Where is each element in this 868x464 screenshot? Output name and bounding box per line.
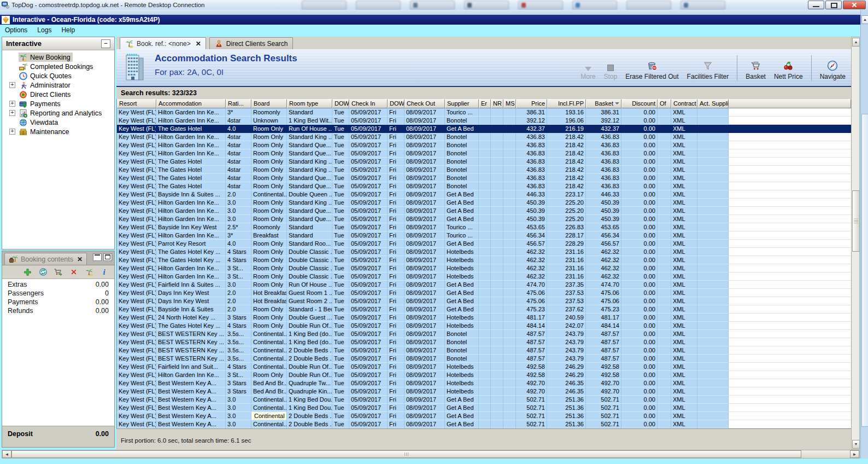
tab-close-icon[interactable]: ✕ — [196, 40, 201, 48]
scroll-left-arrow-icon[interactable]: ◄ — [2, 450, 11, 458]
column-header[interactable]: Room type — [287, 99, 332, 108]
move-to-basket-icon[interactable] — [54, 268, 63, 277]
sidebar-item-completed-bookings[interactable]: Completed Bookings — [2, 62, 114, 71]
rdp-scroll-up-arrow-icon[interactable]: ▲ — [861, 15, 868, 24]
expand-icon[interactable]: + — [9, 110, 15, 116]
table-row[interactable]: Key West (FL)Hilton Garden Inn Ke...3.0R… — [117, 207, 851, 215]
close-icon[interactable]: ✕ — [77, 256, 83, 263]
column-header[interactable]: DOW — [332, 99, 349, 108]
menu-logs[interactable]: Logs — [32, 26, 56, 34]
column-header[interactable]: Er — [479, 99, 491, 108]
table-row[interactable]: Key West (FL)Hilton Garden Inn Ke...4sta… — [117, 149, 851, 158]
table-row[interactable]: Key West (FL)Hilton Garden Inn Ke...3 St… — [117, 272, 851, 281]
tab-direct-clients-search[interactable]: Direct Clients Search — [209, 37, 293, 49]
column-header[interactable]: Discount — [621, 99, 658, 108]
table-row[interactable]: Key West (FL)Hilton Garden Inn Ke...3 St… — [117, 264, 851, 272]
scroll-up-arrow-icon[interactable]: ▲ — [852, 38, 860, 47]
table-row[interactable]: Key West (FL)Best Western Key A...3.0Con… — [117, 404, 851, 412]
table-row[interactable]: Key West (FL)Fairfield Inn & Suites ...3… — [117, 281, 851, 289]
column-header[interactable]: Supplier — [445, 99, 479, 108]
column-header[interactable]: DOW — [388, 99, 404, 108]
column-header[interactable]: Contract — [671, 99, 697, 108]
table-row[interactable]: Key West (FL)The Gates Hotel Key ...4 St… — [117, 256, 851, 264]
table-row[interactable]: Key West (FL)Best Western Key A...3 Star… — [117, 379, 851, 387]
menu-help[interactable]: Help — [56, 26, 80, 34]
column-header[interactable]: Board — [251, 99, 287, 108]
panel-collapse-button[interactable]: − — [101, 39, 110, 48]
sidebar-item-administrator[interactable]: + Administrator — [2, 80, 114, 90]
navigate-button[interactable]: Navigate — [820, 60, 846, 80]
table-row[interactable]: Key West (FL)Best Western Key A...3 Star… — [117, 387, 851, 396]
column-header[interactable]: Rati... — [226, 99, 251, 108]
nett-price-button[interactable]: Nett Price — [774, 60, 803, 80]
table-row[interactable]: Key West (FL)Hilton Garden Inn Ke...3.0R… — [117, 215, 851, 223]
table-row[interactable]: Key West (FL)The Gates Hotel4starRoom On… — [117, 182, 851, 190]
table-row[interactable]: Key West (FL)Bayside Inn & Suites ...2.0… — [117, 190, 851, 199]
erase-filtered-out-button[interactable]: Erase Filtered Out — [625, 60, 678, 80]
vertical-scrollbar[interactable]: ▲ ▼ — [851, 37, 860, 450]
table-row[interactable]: Key West (FL)The Gates Hotel4starRoom On… — [117, 166, 851, 174]
window-close-button[interactable] — [843, 1, 866, 9]
sidebar-item-quick-quotes[interactable]: Quick Quotes — [2, 71, 114, 80]
sidebar-item-viewdata[interactable]: Viewdata — [2, 118, 114, 127]
table-row[interactable]: Key West (FL)Best Western Key A...3.0Con… — [117, 420, 851, 428]
rdp-vertical-scrollbar[interactable]: ▲ — [860, 10, 868, 459]
add-item-button[interactable] — [23, 268, 32, 277]
table-row[interactable]: Key West (FL)The Gates Hotel4starRoom On… — [117, 158, 851, 166]
column-header[interactable]: Check In — [349, 99, 388, 108]
stop-button[interactable]: Stop — [604, 60, 618, 80]
table-row[interactable]: Key West (FL)Hilton Garden Inn Ke...4sta… — [117, 133, 851, 141]
table-row[interactable]: Key West (FL)BEST WESTERN Key ...3.5s...… — [117, 346, 851, 355]
table-row[interactable]: Key West (FL)Days Inn Key West2.0Hot Bre… — [117, 289, 851, 297]
column-header[interactable]: MS — [503, 99, 516, 108]
column-header[interactable]: Basket — [586, 99, 621, 108]
table-row[interactable]: Key West (FL)Hilton Garden Inn Ke...4sta… — [117, 117, 851, 125]
sidebar-item-direct-clients[interactable]: Direct Clients — [2, 90, 114, 99]
sidebar-item-payments[interactable]: + $ Payments — [2, 99, 114, 108]
table-row[interactable]: Key West (FL)Hilton Garden Inn Ke...3.0R… — [117, 199, 851, 207]
horizontal-scrollbar-track[interactable] — [801, 450, 850, 458]
table-row[interactable]: Key West (FL)Hilton Garden Inn Ke...3 St… — [117, 371, 851, 379]
horizontal-scrollbar[interactable]: ◄ ► — [2, 450, 860, 459]
table-row[interactable]: Key West (FL)The Gates Hotel4starRoom On… — [117, 174, 851, 182]
table-row[interactable]: Key West (FL)Hilton Garden Inn Ke...3*Br… — [117, 231, 851, 240]
table-row[interactable]: Key West (FL)Days Inn Key West2.0Hot Bre… — [117, 297, 851, 305]
sidebar-item-new-booking[interactable]: New Booking — [2, 53, 114, 62]
more-button[interactable]: More — [580, 60, 595, 80]
sidebar-item-maintenance[interactable]: + Maintenance — [2, 127, 114, 136]
palm-tree-icon[interactable] — [84, 268, 93, 277]
refresh-icon[interactable] — [38, 268, 48, 277]
table-row[interactable]: Key West (FL)Fairfield Inn and Suit...4 … — [117, 363, 851, 371]
table-row[interactable]: Key West (FL)The Gates Hotel Key ...4 St… — [117, 322, 851, 330]
expand-icon[interactable]: + — [9, 82, 15, 88]
delete-icon[interactable] — [69, 268, 78, 277]
column-header[interactable]: Resort — [117, 99, 156, 108]
facilities-filter-button[interactable]: Facilities Filter — [687, 60, 729, 80]
expand-icon[interactable]: + — [9, 101, 15, 107]
table-row[interactable]: Key West (FL)BEST WESTERN Key ...3.5s...… — [117, 338, 851, 346]
table-row[interactable]: Key West (FL)BEST WESTERN Key ...3.5s...… — [117, 355, 851, 363]
column-header[interactable]: Incl.Fl.PP — [547, 99, 586, 108]
window-maximize-button[interactable] — [825, 1, 842, 9]
table-row[interactable]: Key West (FL)Parrot Key Resort4.0Room On… — [117, 240, 851, 248]
table-row[interactable]: Key West (FL)Hilton Garden Inn Ke...4sta… — [117, 141, 851, 149]
window-minimize-button[interactable] — [808, 1, 824, 9]
panel-minimize-button[interactable] — [93, 253, 102, 261]
table-row[interactable]: Key West (FL)The Gates Hotel Key ...4 St… — [117, 248, 851, 256]
column-header[interactable]: Price — [516, 99, 547, 108]
rdp-scrollbar-thumb[interactable] — [861, 114, 868, 427]
scroll-down-arrow-icon[interactable]: ▼ — [852, 440, 860, 449]
panel-maximize-button[interactable] — [103, 253, 112, 261]
column-header[interactable]: NR — [491, 99, 503, 108]
table-row[interactable]: Key West (FL)Hilton Garden Inn Ke...3*Ro… — [117, 108, 851, 117]
horizontal-scrollbar-thumb[interactable] — [11, 450, 801, 458]
info-icon[interactable]: i — [99, 268, 109, 277]
table-row[interactable]: Key West (FL)BEST WESTERN Key ...3.5s...… — [117, 330, 851, 338]
booking-contents-tab[interactable]: Booking contents ✕ — [4, 253, 87, 265]
table-row[interactable]: Key West (FL)Bayside Inn & Suites2.0Room… — [117, 305, 851, 314]
column-header[interactable]: Of — [658, 99, 671, 108]
table-row[interactable]: Key West (FL)Best Western Key A...3.0Con… — [117, 396, 851, 404]
table-row[interactable]: Key West (FL)Best Western Key A...3.0Con… — [117, 412, 851, 420]
column-header[interactable]: Check Out — [404, 99, 445, 108]
basket-button[interactable]: Basket — [746, 60, 766, 80]
